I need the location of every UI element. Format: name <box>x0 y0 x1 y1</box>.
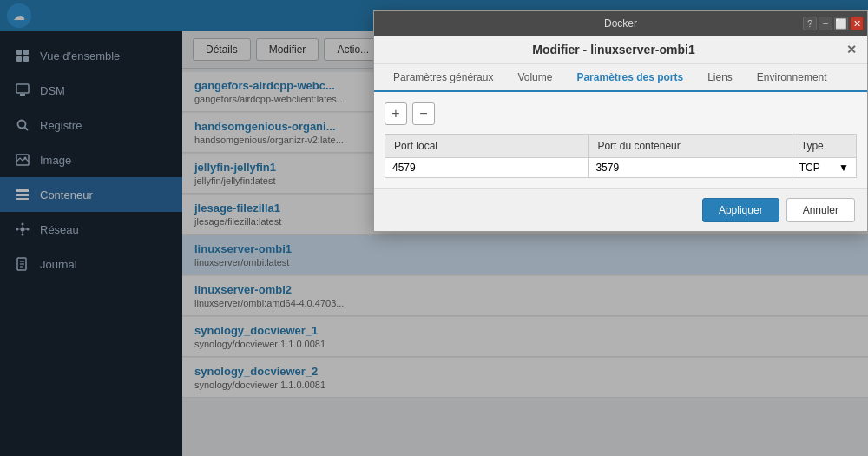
port-container-cell <box>589 158 792 178</box>
help-button[interactable]: ? <box>803 17 817 30</box>
docker-window-title: Docker <box>604 17 637 30</box>
modal-close-button[interactable]: ✕ <box>846 43 857 56</box>
type-select: TCP ▼ <box>799 162 849 174</box>
close-window-button[interactable]: ✕ <box>850 17 864 30</box>
docker-dialog: Docker ? − ⬜ ✕ Modifier - linuxserver-om… <box>373 10 868 232</box>
cancel-button[interactable]: Annuler <box>786 198 855 222</box>
apply-button[interactable]: Appliquer <box>702 198 779 222</box>
port-local-cell <box>385 158 589 178</box>
dialog-footer: Appliquer Annuler <box>374 188 867 231</box>
col-port-local: Port local <box>385 135 589 158</box>
tab-liens[interactable]: Liens <box>695 64 745 92</box>
tab-bar: Paramètres généraux Volume Paramètres de… <box>374 64 867 92</box>
maximize-button[interactable]: ⬜ <box>834 17 848 30</box>
port-local-input[interactable] <box>392 162 581 174</box>
port-actions: + − <box>385 102 857 125</box>
minimize-button[interactable]: − <box>819 17 832 30</box>
col-type: Type <box>792 135 856 158</box>
modal-content: + − Port local Port du conteneur Type <box>374 92 867 188</box>
window-controls: ? − ⬜ ✕ <box>803 17 864 30</box>
port-row: TCP ▼ <box>385 158 857 178</box>
port-table: Port local Port du conteneur Type TCP <box>385 134 857 178</box>
tab-params-ports[interactable]: Paramètres des ports <box>564 64 695 92</box>
tab-volume[interactable]: Volume <box>505 64 564 92</box>
tab-environnement[interactable]: Environnement <box>745 64 839 92</box>
modal-title: Modifier - linuxserver-ombi1 ✕ <box>374 36 867 64</box>
tab-params-gen[interactable]: Paramètres généraux <box>381 64 505 92</box>
add-port-button[interactable]: + <box>385 102 407 125</box>
type-value: TCP <box>799 162 820 174</box>
port-container-input[interactable] <box>595 162 784 174</box>
docker-titlebar: Docker ? − ⬜ ✕ <box>374 11 867 36</box>
col-port-container: Port du conteneur <box>589 135 792 158</box>
port-type-cell: TCP ▼ <box>792 158 856 178</box>
remove-port-button[interactable]: − <box>412 102 435 125</box>
dropdown-arrow-icon[interactable]: ▼ <box>838 162 849 174</box>
